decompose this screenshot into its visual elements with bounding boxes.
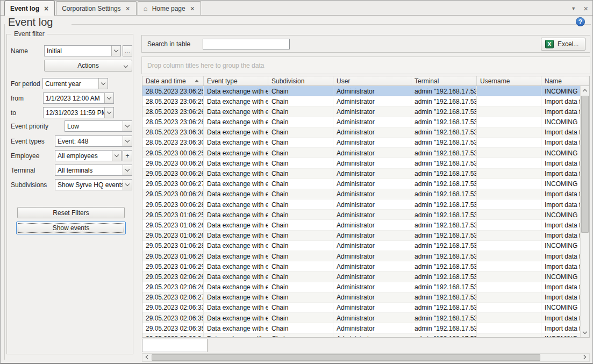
priority-combo[interactable]: Low bbox=[65, 120, 132, 132]
column-label: Name bbox=[545, 77, 562, 85]
cell-user: Administrator bbox=[333, 334, 411, 338]
scroll-left-icon[interactable] bbox=[142, 354, 152, 361]
period-combo[interactable]: Current year bbox=[42, 78, 108, 89]
help-icon[interactable]: ? bbox=[576, 17, 585, 26]
column-header-name[interactable]: Name bbox=[541, 76, 589, 85]
vertical-scrollbar-thumb[interactable] bbox=[581, 96, 589, 233]
cell-event-type: Data exchange with e... bbox=[204, 117, 268, 127]
cell-date-and-time: 28.05.2023 23:06:28 bbox=[142, 117, 204, 127]
cell-terminal: admin "192.168.17.53" bbox=[411, 106, 477, 116]
table-row[interactable]: 29.05.2023 01:06:25 Data exchange with e… bbox=[142, 210, 581, 220]
cell-name: INCOMING bbox=[541, 86, 581, 96]
table-row[interactable]: 29.05.2023 02:06:27 Data exchange with e… bbox=[142, 292, 581, 303]
table-row[interactable]: 29.05.2023 02:06:33 Data exchange with e… bbox=[142, 303, 581, 313]
ellipsis-button[interactable]: ... bbox=[123, 45, 132, 56]
table-row[interactable]: 29.05.2023 01:06:29 Data exchange with e… bbox=[142, 261, 581, 272]
table-row[interactable]: 28.05.2023 23:06:26 Data exchange with e… bbox=[142, 106, 581, 117]
close-icon[interactable]: × bbox=[44, 6, 49, 11]
table-row[interactable]: 29.05.2023 03:06:24 Data exchange with e… bbox=[142, 334, 581, 338]
chevron-down-icon[interactable] bbox=[112, 151, 121, 161]
cell-username bbox=[477, 106, 541, 116]
table-row[interactable]: 29.05.2023 02:06:26 Data exchange with e… bbox=[142, 282, 581, 292]
column-header-terminal[interactable]: Terminal bbox=[411, 76, 477, 85]
search-label: Search in table bbox=[147, 40, 190, 48]
table-row[interactable]: 29.05.2023 02:06:26 Data exchange with e… bbox=[142, 272, 581, 282]
table-row[interactable]: 29.05.2023 02:06:35 Data exchange with e… bbox=[142, 313, 581, 323]
table-row[interactable]: 28.05.2023 23:06:25 Data exchange with e… bbox=[142, 86, 581, 96]
table-row[interactable]: 28.05.2023 23:06:25 Data exchange with e… bbox=[142, 96, 581, 106]
table-row[interactable]: 29.05.2023 00:06:27 Data exchange with e… bbox=[142, 179, 581, 189]
to-date-combo[interactable]: 12/31/2023 11:59 PM bbox=[43, 107, 114, 118]
table-row[interactable]: 28.05.2023 23:06:30 Data exchange with e… bbox=[142, 127, 581, 138]
table-row[interactable]: 29.05.2023 02:06:35 Data exchange with e… bbox=[142, 323, 581, 333]
tab-corporation-settings[interactable]: Corporation Settings × bbox=[56, 1, 137, 15]
table-row[interactable]: 29.05.2023 00:06:26 Data exchange with e… bbox=[142, 169, 581, 179]
table-row[interactable]: 29.05.2023 00:06:28 Data exchange with e… bbox=[142, 189, 581, 199]
cell-terminal: admin "192.168.17.53" bbox=[411, 138, 477, 147]
column-header-event-type[interactable]: Event type bbox=[204, 76, 268, 85]
subdivisions-combo[interactable]: Show Syrve HQ events bbox=[55, 179, 132, 190]
terminal-combo[interactable]: All terminals bbox=[55, 165, 132, 176]
cell-terminal: admin "192.168.17.53" bbox=[411, 231, 477, 240]
table-row[interactable]: 28.05.2023 23:06:30 Data exchange with e… bbox=[142, 138, 581, 148]
cell-subdivision: Chain bbox=[268, 220, 333, 230]
cell-name: INCOMING bbox=[541, 210, 581, 219]
table-row[interactable]: 29.05.2023 01:06:29 Data exchange with e… bbox=[142, 251, 581, 261]
employee-combo[interactable]: All employees bbox=[55, 150, 122, 161]
show-events-button[interactable]: Show events bbox=[16, 222, 126, 234]
tab-event-log[interactable]: Event log × bbox=[4, 1, 55, 16]
scroll-right-icon[interactable] bbox=[580, 354, 589, 361]
excel-export-button[interactable]: X Excel... bbox=[541, 38, 585, 51]
chevron-down-icon[interactable] bbox=[98, 78, 108, 89]
table-row[interactable]: 29.05.2023 00:06:28 Data exchange with e… bbox=[142, 199, 581, 210]
subdivisions-value: Show Syrve HQ events bbox=[55, 180, 123, 190]
cell-user: Administrator bbox=[333, 86, 411, 96]
cell-name: Import data to bbox=[541, 292, 581, 302]
table-row[interactable]: 28.05.2023 23:06:28 Data exchange with e… bbox=[142, 117, 581, 127]
column-header-date-and-time[interactable]: Date and time bbox=[142, 76, 204, 85]
reset-filters-button[interactable]: Reset Filters bbox=[17, 207, 125, 218]
add-employee-button[interactable]: + bbox=[123, 150, 132, 161]
column-header-subdivision[interactable]: Subdivision bbox=[268, 76, 333, 85]
table-row[interactable]: 29.05.2023 00:06:26 Data exchange with e… bbox=[142, 158, 581, 168]
event-types-combo[interactable]: Event: 448 bbox=[55, 135, 132, 147]
actions-button[interactable]: Actions bbox=[44, 60, 132, 72]
table-row[interactable]: 29.05.2023 00:06:25 Data exchange with e… bbox=[142, 148, 581, 158]
close-icon[interactable]: × bbox=[190, 6, 195, 11]
close-tab-strip-icon[interactable]: × bbox=[583, 4, 588, 13]
table-row[interactable]: 29.05.2023 01:06:26 Data exchange with e… bbox=[142, 220, 581, 230]
chevron-down-icon[interactable] bbox=[123, 180, 132, 190]
close-icon[interactable]: × bbox=[125, 6, 131, 11]
search-input[interactable] bbox=[203, 39, 290, 49]
cell-event-type: Data exchange with e... bbox=[204, 106, 268, 116]
cell-event-type: Data exchange with e... bbox=[204, 189, 268, 199]
cell-date-and-time: 29.05.2023 01:06:29 bbox=[142, 261, 204, 271]
vertical-scrollbar[interactable] bbox=[580, 86, 589, 337]
table-row[interactable]: 29.05.2023 01:06:28 Data exchange with e… bbox=[142, 241, 581, 251]
reset-filters-label: Reset Filters bbox=[53, 209, 89, 217]
chevron-down-icon[interactable] bbox=[123, 136, 132, 146]
app-window: Event log × Corporation Settings × ⌂ Hom… bbox=[0, 0, 593, 364]
horizontal-scrollbar[interactable] bbox=[142, 353, 590, 362]
column-header-username[interactable]: Username bbox=[477, 76, 541, 85]
priority-label: Event priority bbox=[11, 123, 48, 130]
filter-row-editor[interactable] bbox=[142, 339, 208, 352]
table-row[interactable]: 29.05.2023 01:06:26 Data exchange with e… bbox=[142, 231, 581, 241]
chevron-down-icon[interactable] bbox=[104, 93, 113, 103]
chevron-down-icon[interactable] bbox=[104, 108, 113, 118]
scroll-up-icon[interactable] bbox=[581, 86, 589, 95]
cell-user: Administrator bbox=[333, 231, 411, 240]
chevron-down-icon[interactable] bbox=[123, 121, 132, 131]
from-date-combo[interactable]: 1/1/2023 12:00 AM bbox=[43, 92, 114, 104]
priority-value: Low bbox=[65, 121, 123, 131]
cell-date-and-time: 29.05.2023 02:06:33 bbox=[142, 303, 204, 312]
chevron-down-icon[interactable] bbox=[111, 46, 120, 56]
chevron-down-icon[interactable] bbox=[123, 165, 132, 175]
horizontal-scrollbar-thumb[interactable] bbox=[152, 354, 540, 361]
column-header-user[interactable]: User bbox=[333, 76, 411, 85]
tab-home-page[interactable]: ⌂ Home page × bbox=[138, 1, 201, 15]
scroll-down-icon[interactable] bbox=[581, 328, 589, 337]
name-combo[interactable]: Initial bbox=[44, 45, 121, 56]
tab-overflow-icon[interactable]: ▼ bbox=[571, 6, 576, 11]
group-by-panel[interactable]: Drop column titles here to group the dat… bbox=[141, 56, 590, 74]
